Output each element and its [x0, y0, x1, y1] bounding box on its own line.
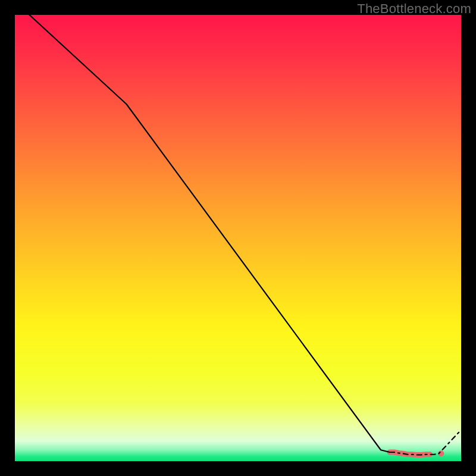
watermark-text: TheBottleneck.com — [357, 1, 471, 17]
curve-solid — [15, 15, 390, 452]
bottleneck-curve — [15, 15, 461, 461]
plot-area — [15, 15, 461, 461]
plot-frame — [15, 15, 461, 461]
salmon-highlight — [390, 452, 430, 455]
